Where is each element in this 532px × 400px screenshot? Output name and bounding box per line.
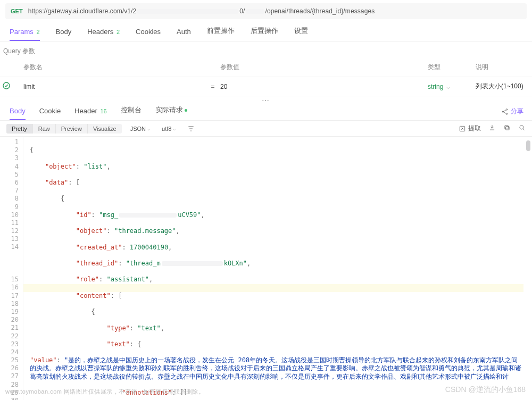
format-group: Pretty Raw Preview Visualize (6, 124, 122, 134)
watermark: CSDN @逆流的小鱼168 (445, 385, 526, 395)
copy-button[interactable] (503, 124, 511, 133)
svg-rect-6 (505, 126, 508, 129)
extract-icon (459, 125, 466, 132)
extract-button[interactable]: 提取 (459, 124, 481, 133)
fmt-raw[interactable]: Raw (33, 124, 56, 134)
query-params-label: Query 参数 (0, 41, 532, 58)
tab-postsend[interactable]: 后置操作 (251, 26, 278, 41)
search-button[interactable] (518, 124, 526, 133)
svg-point-3 (506, 113, 508, 114)
tab-presend[interactable]: 前置操作 (207, 26, 235, 41)
chevron-down-icon: ⌵ (147, 126, 150, 131)
col-desc: 说明 (473, 63, 532, 72)
request-url: https://gateway.ai.cloudflare.com/v1/20/… (28, 7, 375, 15)
param-desc[interactable]: 列表大小(1~100) (473, 82, 532, 91)
tab-settings[interactable]: 设置 (294, 26, 308, 41)
copy-icon (503, 124, 511, 131)
status-dot-icon (185, 109, 187, 112)
fmt-preview[interactable]: Preview (56, 124, 88, 134)
col-value: 参数值 (218, 63, 426, 72)
tab-body[interactable]: Body (56, 28, 72, 41)
tab-params[interactable]: Params 2 (10, 28, 40, 41)
download-button[interactable] (488, 124, 496, 133)
share-button[interactable]: 分享 (501, 107, 523, 116)
param-row-limit[interactable]: limit = 20 string⌵ 列表大小(1~100) (0, 77, 532, 96)
chevron-down-icon: ⌵ (446, 83, 450, 90)
param-value[interactable]: 20 (218, 83, 426, 90)
param-name[interactable]: limit (21, 83, 207, 90)
scrollbar[interactable] (525, 137, 532, 400)
col-type: 类型 (426, 63, 473, 72)
share-icon (501, 108, 509, 115)
response-tabs: Body Cookie Header 16 控制台 实际请求 分享 (0, 104, 532, 121)
tab-cookies[interactable]: Cookies (136, 28, 161, 41)
fmt-visualize[interactable]: Visualize (88, 124, 122, 134)
svg-point-2 (502, 111, 504, 112)
svg-rect-5 (506, 127, 509, 130)
request-tabs: Params 2 Body Headers 2 Cookies Auth 前置操… (0, 24, 532, 41)
lang-select[interactable]: JSON ⌵ (127, 124, 153, 134)
url-bar[interactable]: GET https://gateway.ai.cloudflare.com/v1… (5, 3, 527, 19)
chevron-down-icon: ⌵ (173, 126, 176, 131)
disclaimer-text: www.toymoban.com 网络图片仅供展示，不存储，如有侵权请联系删除。 (5, 388, 204, 396)
line-gutter: 1234567891011121314151617181920212223242… (0, 137, 23, 400)
tab-headers[interactable]: Headers 2 (87, 28, 120, 41)
response-editor[interactable]: 1234567891011121314151617181920212223242… (0, 137, 532, 400)
resp-tab-console[interactable]: 控制台 (121, 105, 142, 120)
response-toolbar: Pretty Raw Preview Visualize JSON ⌵ utf8… (0, 121, 532, 137)
svg-point-1 (506, 109, 508, 110)
col-name: 参数名 (21, 63, 207, 72)
resp-tab-actual[interactable]: 实际请求 (155, 105, 187, 120)
download-icon (488, 124, 496, 131)
svg-point-0 (3, 82, 10, 89)
search-icon (518, 124, 526, 131)
svg-point-7 (520, 126, 523, 129)
resp-tab-cookie[interactable]: Cookie (39, 107, 61, 120)
fmt-pretty[interactable]: Pretty (6, 124, 33, 134)
params-header-row: 参数名 参数值 类型 说明 (0, 58, 532, 77)
resp-tab-header[interactable]: Header 16 (74, 107, 107, 120)
checkmark-icon[interactable] (0, 81, 21, 91)
drag-handle-icon[interactable]: ⋯ (0, 96, 532, 104)
charset-select[interactable]: utf8 ⌵ (159, 124, 179, 134)
equals-sign: = (207, 83, 218, 90)
http-method: GET (11, 8, 23, 14)
tab-auth[interactable]: Auth (177, 28, 191, 41)
filter-icon[interactable] (184, 123, 198, 134)
resp-tab-body[interactable]: Body (10, 107, 26, 120)
json-body[interactable]: { "object": "list", "data": [ { "id": "m… (30, 138, 523, 400)
param-type[interactable]: string⌵ (426, 83, 473, 90)
